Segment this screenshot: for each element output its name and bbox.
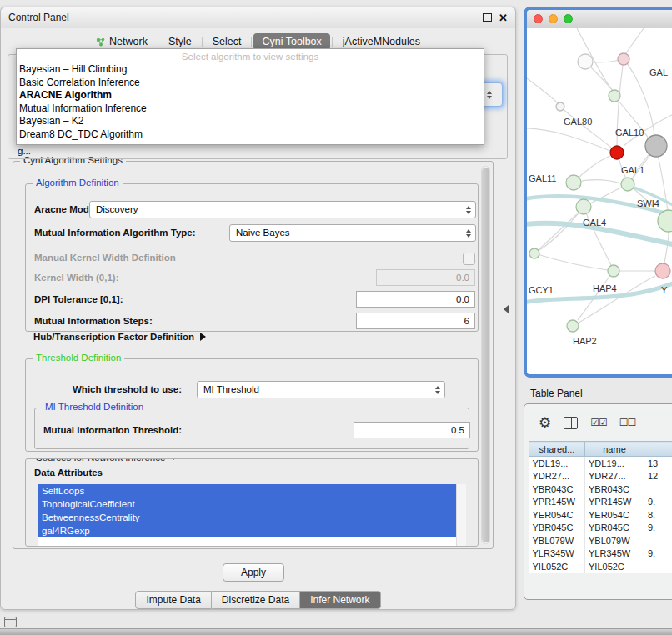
attribute-list-scrollbar[interactable] <box>456 484 466 546</box>
settings-gear-icon[interactable]: ⚙ <box>539 416 551 430</box>
network-edge[interactable] <box>527 78 559 104</box>
table-row[interactable]: YBL079WYBL079W <box>529 534 672 548</box>
column-header[interactable]: name <box>585 442 644 457</box>
network-node[interactable] <box>609 90 620 102</box>
network-node[interactable] <box>621 178 634 191</box>
columns-icon[interactable] <box>564 417 578 429</box>
network-node[interactable] <box>618 53 629 65</box>
select-all-columns-icon[interactable]: ☑☑ <box>590 417 607 428</box>
table-cell[interactable]: YIL052C <box>585 560 644 573</box>
network-canvas[interactable]: GALGAL80GAL10GAL11GAL1SWI4GAL4GCY1HAP4HA… <box>527 28 672 374</box>
network-edge[interactable] <box>527 128 610 151</box>
table-row[interactable]: YIL052CYIL052C <box>529 560 672 573</box>
table-row[interactable]: YLR345WYLR345W9. <box>529 548 672 561</box>
deselect-all-columns-icon[interactable]: ☐☐ <box>619 417 636 428</box>
table-cell[interactable]: 12 <box>644 470 672 483</box>
table-cell[interactable]: YBR045C <box>585 522 644 535</box>
dropdown-item-bayesian-hill-climbing[interactable]: Bayesian – Hill Climbing <box>17 63 484 77</box>
table-cell[interactable]: YBR045C <box>529 522 585 535</box>
table-row[interactable]: YPR145WYPR145W9. <box>529 496 672 509</box>
column-header[interactable] <box>644 442 672 457</box>
which-threshold-select[interactable]: MI Threshold <box>197 381 445 398</box>
sources-group-title[interactable]: Sources for Network Inference <box>33 458 181 462</box>
table-cell[interactable]: YIL052C <box>529 560 585 573</box>
close-traffic-light[interactable] <box>534 14 543 23</box>
network-node[interactable] <box>566 175 581 190</box>
table-cell[interactable]: YDR27... <box>529 470 585 483</box>
attribute-item[interactable]: gal4RGexp <box>38 524 457 538</box>
settings-scrollbar[interactable] <box>481 166 490 544</box>
mi-type-select[interactable]: Naive Bayes <box>229 224 476 242</box>
panel-collapse-arrow[interactable] <box>504 305 509 313</box>
network-node[interactable] <box>645 135 667 157</box>
attribute-item[interactable]: TopologicalCoefficient <box>38 498 457 511</box>
table-cell[interactable] <box>644 482 672 496</box>
network-window-titlebar[interactable] <box>527 10 672 28</box>
table-cell[interactable]: YPR145W <box>529 496 585 509</box>
tab-cyni-toolbox[interactable]: Cyni Toolbox <box>253 33 329 50</box>
network-node[interactable] <box>578 54 593 69</box>
attribute-item[interactable]: SelfLoops <box>38 484 457 498</box>
table-cell[interactable]: 9. <box>644 548 672 561</box>
attribute-item[interactable]: BetweennessCentrality <box>38 511 457 524</box>
minimized-panel-icon[interactable] <box>4 617 17 628</box>
table-cell[interactable]: YBR043C <box>585 482 644 496</box>
mi-steps-field[interactable]: 6 <box>356 312 475 329</box>
network-edge[interactable] <box>534 253 608 270</box>
tab-select[interactable]: Select <box>204 33 250 50</box>
close-icon[interactable]: ✕ <box>499 12 508 23</box>
dropdown-item-mutual-information-inference[interactable]: Mutual Information Inference <box>17 102 484 116</box>
table-row[interactable]: YDL19...YDL19...13 <box>529 457 672 470</box>
aracne-mode-select[interactable]: Discovery <box>89 201 476 218</box>
network-edge[interactable] <box>584 207 611 265</box>
network-node[interactable] <box>556 102 564 111</box>
control-panel-titlebar[interactable]: Control Panel ✕ <box>1 8 515 28</box>
tab-network[interactable]: Network <box>88 33 156 50</box>
network-node[interactable] <box>576 199 591 214</box>
table-cell[interactable]: YER054C <box>529 508 585 522</box>
bottom-tab-impute-data[interactable]: Impute Data <box>135 591 211 609</box>
table-cell[interactable]: 13 <box>644 457 672 470</box>
kernel-width-field[interactable]: 0.0 <box>376 269 475 286</box>
dropdown-item-basic-correlation-inference[interactable]: Basic Correlation Inference <box>17 77 484 90</box>
table-cell[interactable]: YDL19... <box>529 457 585 470</box>
table-cell[interactable]: YLR345W <box>529 548 585 561</box>
tab-style[interactable]: Style <box>160 33 200 50</box>
dropdown-item-dream8-dc-tdc-algorithm[interactable]: Dream8 DC_TDC Algorithm <box>17 128 484 142</box>
table-cell[interactable]: YDL19... <box>585 457 644 470</box>
network-edge[interactable] <box>534 214 577 253</box>
bottom-tab-infer-network[interactable]: Infer Network <box>300 591 380 609</box>
scrollbar-thumb[interactable] <box>482 168 489 542</box>
table-row[interactable]: YER054CYER054C8. <box>529 508 672 522</box>
manual-kernel-checkbox[interactable] <box>463 252 475 265</box>
tab-jactivemnodules[interactable]: jActiveMNodules <box>334 33 429 50</box>
network-edge[interactable] <box>626 28 644 53</box>
table-cell[interactable]: YLR345W <box>585 548 644 561</box>
table-cell[interactable]: YDR27... <box>585 470 644 483</box>
hub-definition-toggle[interactable]: Hub/Transcription Factor Definition <box>33 332 206 342</box>
table-cell[interactable]: YBL079W <box>529 534 585 548</box>
network-node[interactable] <box>529 248 539 258</box>
network-node[interactable] <box>567 320 579 332</box>
table-row[interactable]: YBR045CYBR045C9. <box>529 522 672 535</box>
table-cell[interactable]: YPR145W <box>585 496 644 509</box>
dropdown-item-bayesian-k2[interactable]: Bayesian – K2 <box>17 115 484 128</box>
zoom-traffic-light[interactable] <box>564 14 573 23</box>
table-cell[interactable]: 9. <box>644 496 672 509</box>
table-cell[interactable]: YBR043C <box>529 482 585 496</box>
dropdown-item-aracne-algorithm[interactable]: ARACNE Algorithm <box>17 89 484 102</box>
table-row[interactable]: YDR27...YDR27...12 <box>529 470 672 483</box>
apply-button[interactable]: Apply <box>223 563 284 582</box>
table-cell[interactable]: 8. <box>644 508 672 522</box>
table-cell[interactable]: 9. <box>644 522 672 535</box>
attribute-list[interactable]: SelfLoopsTopologicalCoefficientBetweenne… <box>38 484 466 546</box>
table-row[interactable]: YBR043CYBR043C <box>529 482 672 496</box>
dpi-tolerance-field[interactable]: 0.0 <box>356 291 475 308</box>
float-window-icon[interactable] <box>483 13 492 22</box>
mi-threshold-field[interactable]: 0.5 <box>354 422 470 438</box>
network-node[interactable] <box>655 263 670 278</box>
minimize-traffic-light[interactable] <box>549 14 558 23</box>
bottom-tab-discretize-data[interactable]: Discretize Data <box>212 591 300 609</box>
column-header[interactable]: shared... <box>529 442 585 457</box>
table-cell[interactable]: YBL079W <box>585 534 644 548</box>
